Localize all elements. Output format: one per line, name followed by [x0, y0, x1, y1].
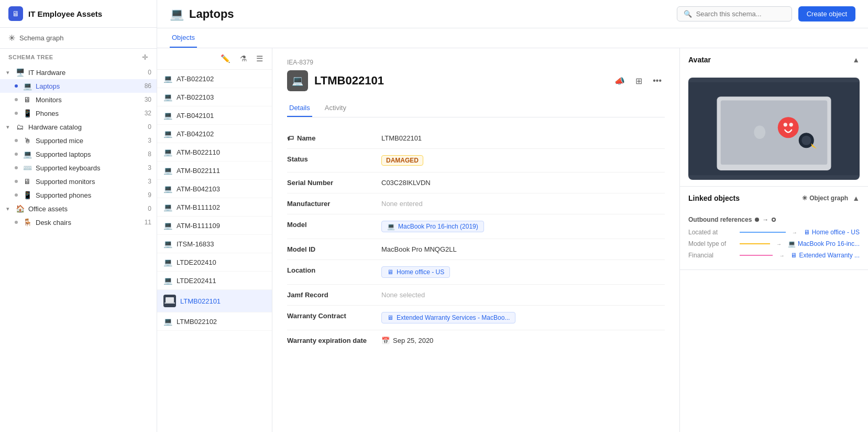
link-target-icon: 💻 — [788, 240, 796, 247]
desk-chairs-dot — [15, 221, 18, 224]
edit-icon[interactable]: ✏️ — [218, 52, 233, 65]
list-item-label: LTDE202410 — [177, 258, 216, 266]
field-model-id-value: MacBook Pro MNQG2LL — [381, 245, 665, 253]
list-item[interactable]: 💻 AT-B022102 — [157, 70, 272, 88]
object-graph-link[interactable]: ✳ Object graph — [802, 195, 848, 202]
supported-mice-dot — [15, 139, 18, 142]
field-model-value: 💻 MacBook Pro 16-inch (2019) — [381, 221, 665, 232]
field-warranty-expiration: Warranty expiration date 📅 Sep 25, 2020 — [287, 330, 665, 351]
laptop-avatar-image — [688, 78, 860, 180]
sidebar-item-supported-laptops[interactable]: 💻 Supported laptops 8 — [0, 147, 157, 161]
supported-keyboards-count: 3 — [148, 164, 151, 171]
linked-objects-title: Linked objects — [688, 194, 740, 202]
warranty-chip[interactable]: 🖥 Extended Warranty Services - MacBoo... — [381, 312, 515, 323]
sidebar-item-hardware-catalog[interactable]: ▾ 🗂 Hardware catalog 0 — [0, 120, 157, 134]
detail-tab-details[interactable]: Details — [287, 100, 312, 117]
field-status: Status DAMAGED — [287, 149, 665, 172]
list-item[interactable]: 💻 ATM-B022111 — [157, 161, 272, 180]
filter-icon[interactable]: ⚗ — [237, 52, 249, 65]
outbound-ref-arrow: → — [762, 216, 768, 223]
sidebar-item-it-hardware[interactable]: ▾ 🖥️ IT Hardware 0 — [0, 66, 157, 79]
list-view-icon[interactable]: ☰ — [254, 52, 266, 65]
link-target-icon: 🖥 — [804, 229, 810, 236]
list-item-icon: 💻 — [163, 148, 172, 156]
field-location-value: 🖥 Home office - US — [381, 266, 665, 278]
sidebar: 🖥 IT Employee Assets ✳ Schema graph SCHE… — [0, 0, 157, 432]
sidebar-item-supported-phones[interactable]: 📱 Supported phones 9 — [0, 188, 157, 202]
field-warranty-expiration-value: 📅 Sep 25, 2020 — [381, 337, 665, 344]
linked-row: Model type of → 💻 MacBook Pro 16-inc... — [688, 240, 860, 247]
sidebar-item-desk-chairs[interactable]: 🪑 Desk chairs 11 — [0, 215, 157, 229]
list-item[interactable]: 💻 ATM-B111109 — [157, 217, 272, 235]
detail-title: LTMB022101 — [314, 74, 384, 88]
model-chip-icon: 💻 — [387, 223, 395, 230]
svg-point-6 — [789, 123, 793, 126]
list-item[interactable]: 💻 LTDE202411 — [157, 272, 272, 290]
list-item[interactable]: 💻 ATM-B022110 — [157, 143, 272, 161]
list-item[interactable]: 💻 ATM-B111102 — [157, 198, 272, 217]
announce-icon[interactable]: 📣 — [611, 74, 628, 88]
page-title-area: 💻 Laptops — [170, 7, 234, 21]
sidebar-item-monitors[interactable]: 🖥 Monitors 30 — [0, 93, 157, 106]
list-item[interactable]: 💻 ITSM-16833 — [157, 235, 272, 253]
avatar-collapse-icon[interactable]: ▲ — [852, 56, 860, 64]
tree-items: ▾ 🖥️ IT Hardware 0 💻 Laptops 86 🖥 Monito… — [0, 66, 157, 432]
list-item-label: AT-B022102 — [177, 75, 214, 83]
list-item-label: ATM-B042103 — [177, 185, 220, 193]
phones-label: Phones — [36, 110, 145, 117]
list-item[interactable]: 💻 AT-B022103 — [157, 88, 272, 106]
supported-keyboards-icon: ⌨️ — [22, 164, 32, 172]
sidebar-item-supported-monitors[interactable]: 🖥 Supported monitors 3 — [0, 175, 157, 188]
sidebar-item-office-assets[interactable]: ▾ 🏠 Office assets 0 — [0, 202, 157, 215]
search-input[interactable] — [696, 10, 785, 18]
avatar-section-title: Avatar — [688, 56, 711, 64]
field-warranty-expiration-label: Warranty expiration date — [287, 337, 381, 344]
it-hardware-label: IT Hardware — [28, 69, 148, 77]
model-chip[interactable]: 💻 MacBook Pro 16-inch (2019) — [381, 221, 484, 232]
office-assets-label: Office assets — [28, 205, 148, 213]
list-item-icon: 💻 — [163, 240, 172, 248]
list-item[interactable]: LTMB022101 — [157, 290, 272, 312]
schema-tree-pin[interactable]: ✛ — [142, 53, 148, 61]
supported-monitors-label: Supported monitors — [36, 178, 148, 186]
office-assets-count: 0 — [148, 205, 151, 212]
linked-objects-content: Outbound references → Located at → 🖥 Hom… — [680, 210, 868, 269]
sidebar-item-laptops[interactable]: 💻 Laptops 86 — [0, 79, 157, 93]
list-item[interactable]: 💻 LTDE202410 — [157, 253, 272, 272]
sidebar-item-supported-keyboards[interactable]: ⌨️ Supported keyboards 3 — [0, 161, 157, 175]
list-item-label: ATM-B022111 — [177, 167, 220, 175]
field-warranty-contract-label: Warranty Contract — [287, 312, 381, 320]
location-chip[interactable]: 🖥 Home office - US — [381, 266, 450, 278]
sidebar-item-supported-mice[interactable]: 🖱 Supported mice 3 — [0, 134, 157, 147]
list-item-icon: 💻 — [163, 166, 172, 175]
linked-objects-collapse-icon[interactable]: ▲ — [852, 194, 860, 202]
laptops-count: 86 — [145, 82, 151, 90]
list-item[interactable]: 💻 AT-B042102 — [157, 125, 272, 143]
list-item-label: ATM-B111102 — [177, 203, 220, 211]
linked-row-label: Located at — [688, 229, 735, 236]
search-box[interactable]: 🔍 — [677, 6, 792, 21]
supported-monitors-count: 3 — [148, 178, 151, 185]
list-item-icon: 💻 — [163, 221, 172, 230]
list-item[interactable]: 💻 ATM-B042103 — [157, 180, 272, 198]
link-target-icon: 🖥 — [790, 252, 797, 259]
more-options-icon[interactable]: ••• — [650, 74, 665, 88]
list-item[interactable]: 💻 AT-B042101 — [157, 106, 272, 125]
create-object-button[interactable]: Create object — [798, 6, 855, 21]
monitors-label: Monitors — [36, 96, 145, 104]
svg-point-10 — [754, 126, 765, 139]
linked-row-target[interactable]: 💻 MacBook Pro 16-inc... — [788, 240, 860, 247]
chevron-down-icon-2: ▾ — [6, 124, 15, 131]
schema-graph-link[interactable]: ✳ Schema graph — [0, 28, 157, 49]
linked-row-target[interactable]: 🖥 Home office - US — [804, 229, 860, 236]
sidebar-item-phones[interactable]: 📱 Phones 32 — [0, 106, 157, 120]
schema-tree-label: SCHEMA TREE — [8, 54, 53, 60]
detail-tab-activity[interactable]: Activity — [323, 100, 348, 117]
linked-row-target[interactable]: 🖥 Extended Warranty ... — [790, 252, 860, 259]
location-chip-icon: 🖥 — [387, 268, 393, 276]
desk-chairs-label: Desk chairs — [36, 219, 145, 226]
list-item[interactable]: 💻 LTMB022102 — [157, 312, 272, 331]
tab-objects[interactable]: Objects — [170, 28, 197, 48]
qr-icon[interactable]: ⊞ — [632, 74, 645, 88]
list-item-icon: 💻 — [163, 276, 172, 285]
